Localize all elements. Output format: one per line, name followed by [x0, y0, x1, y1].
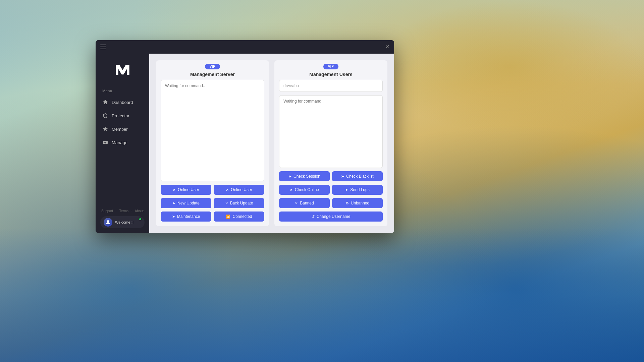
server-btn-row-2: ➤ New Update ✕ Back Update: [161, 198, 264, 208]
new-update-label: New Update: [177, 201, 200, 205]
footer-link-terms[interactable]: Terms: [119, 209, 128, 213]
avatar: [104, 218, 112, 227]
check-blacklist-label: Check Blacklist: [346, 174, 373, 179]
star-icon: [102, 126, 108, 132]
check-session-button[interactable]: ➤ Check Session: [279, 171, 330, 181]
maintenance-label: Maintenance: [177, 214, 200, 219]
vip-icon: VIP: [102, 139, 108, 145]
server-command-output[interactable]: [161, 80, 264, 181]
check-blacklist-button[interactable]: ➤ Check Blacklist: [332, 171, 383, 181]
server-vip-badge: VIP: [205, 64, 220, 69]
users-command-output[interactable]: [279, 95, 383, 168]
close-button[interactable]: ✕: [385, 44, 389, 50]
main-layout: Menu Dashboard Protector: [96, 54, 394, 233]
management-server-panel: VIP Management Server ➤ Online User ✕ On…: [156, 60, 269, 226]
logo-area: [96, 60, 149, 79]
back-update-button[interactable]: ✕ Back Update: [214, 198, 264, 208]
sidebar-item-member[interactable]: Member: [96, 123, 149, 135]
server-btn-row-3: ➤ Maintenance 📶 Connected: [161, 212, 264, 222]
hamburger-menu-button[interactable]: [100, 45, 106, 49]
online-status-dot: [139, 218, 142, 221]
sidebar-item-protector[interactable]: Protector: [96, 110, 149, 122]
sidebar-footer: Support · Terms · About Welcome !!: [96, 206, 149, 228]
menu-label: Menu: [96, 89, 149, 93]
app-window: ✕ Menu Dashboard: [96, 40, 394, 233]
footer-link-support[interactable]: Support: [101, 209, 113, 213]
check-online-button[interactable]: ➤ Check Online: [279, 185, 330, 195]
sidebar-label-manage: Manage: [112, 140, 127, 145]
change-username-label: Change Username: [317, 214, 351, 219]
wave-sand-decoration: [376, 0, 644, 134]
users-vip-badge: VIP: [323, 64, 339, 69]
online-user-send-button[interactable]: ➤ Online User: [161, 185, 211, 195]
connected-label: Connected: [232, 214, 252, 219]
banned-icon: ✕: [295, 201, 298, 205]
change-username-icon: ↺: [312, 215, 315, 219]
users-btn-row-4: ↺ Change Username: [279, 212, 383, 222]
username-input[interactable]: [279, 80, 383, 92]
check-session-label: Check Session: [293, 174, 320, 179]
shield-icon: [102, 113, 108, 119]
logo: [113, 60, 132, 79]
users-btn-row-3: ✕ Banned ♻ Unbanned: [279, 198, 383, 208]
users-btn-row-1: ➤ Check Session ➤ Check Blacklist: [279, 171, 383, 181]
server-panel-body: ➤ Online User ✕ Online User ➤ New Update: [156, 80, 269, 226]
sidebar-label-dashboard: Dashboard: [112, 100, 133, 105]
footer-link-about[interactable]: About: [135, 209, 144, 213]
new-update-button[interactable]: ➤ New Update: [161, 198, 211, 208]
send-logs-label: Send Logs: [350, 187, 369, 192]
server-panel-title: Management Server: [190, 72, 235, 77]
new-update-send-icon: ➤: [172, 201, 175, 205]
user-name: Welcome !!: [115, 220, 133, 224]
users-panel-body: ➤ Check Session ➤ Check Blacklist ➤ Chec…: [274, 80, 387, 226]
sidebar-item-dashboard[interactable]: Dashboard: [96, 96, 149, 108]
svg-point-2: [107, 220, 109, 222]
nav-items: Dashboard Protector Member VIP: [96, 96, 149, 206]
footer-separator-1: ·: [116, 209, 117, 213]
change-username-button[interactable]: ↺ Change Username: [279, 212, 383, 222]
svg-text:VIP: VIP: [104, 142, 107, 144]
unbanned-button[interactable]: ♻ Unbanned: [332, 198, 383, 208]
maintenance-send-icon: ➤: [172, 215, 175, 219]
management-users-panel: VIP Management Users ➤ Check Session ➤ C…: [274, 60, 387, 226]
x-icon: ✕: [226, 188, 229, 192]
online-user-send-label: Online User: [178, 187, 199, 192]
wave-bottom-decoration: [0, 228, 644, 362]
users-btn-row-2: ➤ Check Online ➤ Send Logs: [279, 185, 383, 195]
sidebar-label-member: Member: [112, 127, 128, 132]
maintenance-button[interactable]: ➤ Maintenance: [161, 212, 211, 222]
unbanned-label: Unbanned: [351, 201, 369, 205]
title-bar: ✕: [96, 40, 394, 54]
server-btn-row-1: ➤ Online User ✕ Online User: [161, 185, 264, 195]
online-user-x-label: Online User: [231, 187, 252, 192]
send-logs-button[interactable]: ➤ Send Logs: [332, 185, 383, 195]
panel-server-header: VIP Management Server: [156, 60, 269, 80]
sidebar-item-manage[interactable]: VIP Manage: [96, 136, 149, 148]
connected-button[interactable]: 📶 Connected: [214, 212, 264, 222]
sidebar: Menu Dashboard Protector: [96, 54, 149, 233]
back-update-x-icon: ✕: [225, 201, 228, 205]
send-logs-icon: ➤: [345, 188, 348, 192]
online-user-x-button[interactable]: ✕ Online User: [214, 185, 264, 195]
connected-icon: 📶: [226, 215, 230, 219]
panel-users-header: VIP Management Users: [274, 60, 387, 80]
check-online-label: Check Online: [295, 187, 319, 192]
back-update-label: Back Update: [230, 201, 253, 205]
users-panel-title: Management Users: [309, 72, 352, 77]
unbanned-icon: ♻: [345, 201, 349, 205]
footer-separator-2: ·: [131, 209, 132, 213]
sidebar-label-protector: Protector: [112, 113, 129, 118]
home-icon: [102, 99, 108, 105]
check-blacklist-icon: ➤: [341, 174, 344, 179]
check-session-icon: ➤: [288, 174, 291, 179]
content-area: VIP Management Server ➤ Online User ✕ On…: [149, 54, 394, 233]
footer-links: Support · Terms · About: [100, 209, 145, 213]
banned-button[interactable]: ✕ Banned: [279, 198, 330, 208]
send-icon: ➤: [173, 188, 176, 192]
banned-label: Banned: [300, 201, 314, 205]
user-badge: Welcome !!: [100, 216, 145, 228]
check-online-icon: ➤: [290, 188, 293, 192]
